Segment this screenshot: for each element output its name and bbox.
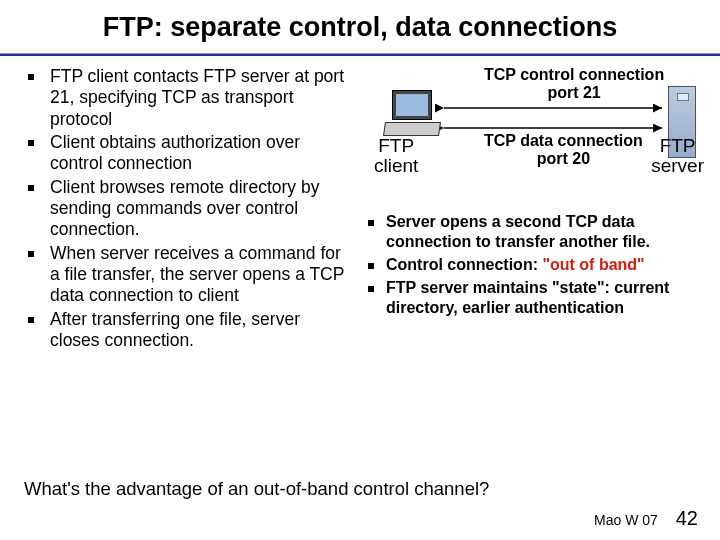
label-text: FTP bbox=[378, 135, 414, 156]
server-label: FTP server bbox=[651, 136, 704, 176]
list-item: Control connection: "out of band" bbox=[368, 255, 706, 275]
label-text: FTP bbox=[660, 135, 696, 156]
list-item: After transferring one file, server clos… bbox=[28, 309, 352, 352]
list-item: Client browses remote directory by sendi… bbox=[28, 177, 352, 241]
question-text: What's the advantage of an out-of-band c… bbox=[24, 478, 489, 500]
square-bullet-icon bbox=[368, 286, 374, 292]
bullet-text: Server opens a second TCP data connectio… bbox=[386, 212, 706, 252]
footer: Mao W 07 42 bbox=[594, 507, 698, 530]
list-item: Server opens a second TCP data connectio… bbox=[368, 212, 706, 252]
left-column: FTP client contacts FTP server at port 2… bbox=[28, 66, 358, 353]
right-column: TCP control connection port 21 TCP data … bbox=[358, 66, 706, 353]
square-bullet-icon bbox=[28, 74, 34, 80]
square-bullet-icon bbox=[28, 140, 34, 146]
list-item: FTP server maintains "state": current di… bbox=[368, 278, 706, 318]
ftp-diagram: TCP control connection port 21 TCP data … bbox=[364, 66, 706, 206]
bullet-text: After transferring one file, server clos… bbox=[50, 309, 352, 352]
square-bullet-icon bbox=[368, 220, 374, 226]
bullet-text: FTP server maintains "state": current di… bbox=[386, 278, 706, 318]
label-text: server bbox=[651, 155, 704, 176]
data-conn-label: TCP data connection port 20 bbox=[484, 132, 643, 167]
bullet-text: Client browses remote directory by sendi… bbox=[50, 177, 352, 241]
page-number: 42 bbox=[676, 507, 698, 529]
label-text: client bbox=[374, 155, 418, 176]
bullet-text: Client obtains authorization over contro… bbox=[50, 132, 352, 175]
bullet-text: When server receives a command for a fil… bbox=[50, 243, 352, 307]
square-bullet-icon bbox=[28, 317, 34, 323]
list-item: Client obtains authorization over contro… bbox=[28, 132, 352, 175]
label-text: TCP control connection bbox=[484, 66, 664, 83]
list-item: FTP client contacts FTP server at port 2… bbox=[28, 66, 352, 130]
control-conn-label: TCP control connection port 21 bbox=[484, 66, 664, 101]
left-bullet-list: FTP client contacts FTP server at port 2… bbox=[28, 66, 352, 351]
page-title: FTP: separate control, data connections bbox=[0, 0, 720, 53]
right-bullet-list: Server opens a second TCP data connectio… bbox=[364, 212, 706, 318]
square-bullet-icon bbox=[28, 251, 34, 257]
square-bullet-icon bbox=[368, 263, 374, 269]
footer-source: Mao W 07 bbox=[594, 512, 658, 528]
bullet-text: Control connection: "out of band" bbox=[386, 255, 645, 275]
content-area: FTP client contacts FTP server at port 2… bbox=[0, 56, 720, 353]
label-text: port 20 bbox=[537, 150, 590, 167]
label-text: port 21 bbox=[547, 84, 600, 101]
square-bullet-icon bbox=[28, 185, 34, 191]
list-item: When server receives a command for a fil… bbox=[28, 243, 352, 307]
label-text: TCP data connection bbox=[484, 132, 643, 149]
bullet-text: FTP client contacts FTP server at port 2… bbox=[50, 66, 352, 130]
client-label: FTP client bbox=[374, 136, 418, 176]
